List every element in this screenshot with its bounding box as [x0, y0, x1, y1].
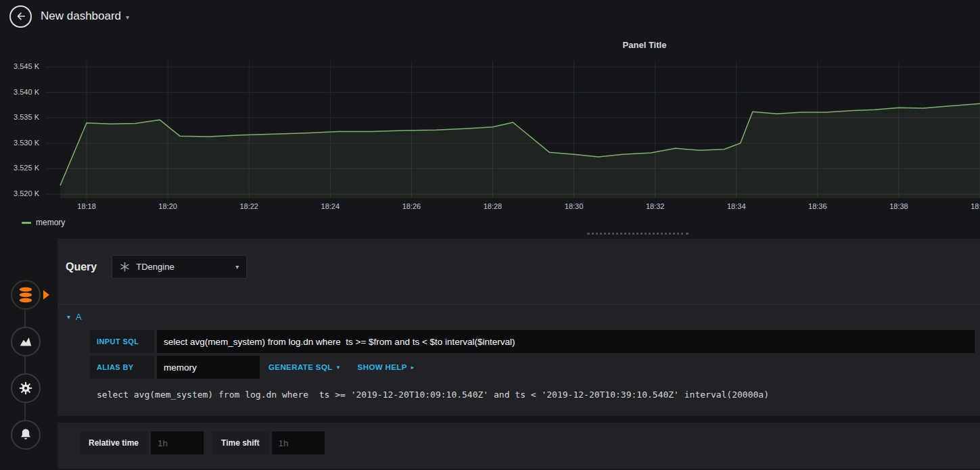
- top-nav: New dashboard ▾: [0, 0, 980, 32]
- tab-queries[interactable]: [11, 280, 41, 310]
- editor-tabs-sidebar: [0, 239, 51, 469]
- alias-by-label: ALIAS BY: [90, 356, 154, 379]
- x-axis-label: 18:18: [77, 202, 96, 210]
- chart-legend: memory: [22, 216, 980, 229]
- database-icon: [17, 286, 34, 304]
- tdengine-logo-icon: [120, 262, 130, 272]
- query-ref-header[interactable]: ▾ A: [57, 304, 980, 330]
- y-axis-label: 3.525 K: [14, 164, 39, 172]
- datasource-picker[interactable]: TDengine ▾: [112, 255, 247, 279]
- x-axis-label: 18:30: [565, 202, 584, 210]
- datasource-name: TDengine: [136, 262, 174, 272]
- gear-icon: [18, 381, 33, 396]
- tab-general[interactable]: [11, 373, 41, 403]
- tab-visualization[interactable]: [11, 327, 41, 356]
- chevron-down-icon: ▾: [337, 364, 340, 371]
- x-axis-label: 18:22: [239, 202, 258, 210]
- y-axis-label: 3.540 K: [14, 88, 39, 96]
- y-axis: 3.520 K3.525 K3.530 K3.535 K3.540 K3.545…: [7, 51, 46, 214]
- x-axis-label: 18:36: [808, 202, 827, 210]
- show-help-label: SHOW HELP: [358, 363, 407, 371]
- legend-color-swatch: [22, 222, 31, 224]
- input-sql-row: INPUT SQL: [90, 330, 975, 353]
- generate-sql-button[interactable]: GENERATE SQL ▾: [260, 356, 349, 379]
- y-axis-label: 3.520 K: [14, 189, 39, 197]
- legend-series-label[interactable]: memory: [36, 218, 65, 227]
- time-shift-label: Time shift: [212, 431, 269, 454]
- back-arrow-icon: [16, 11, 26, 22]
- x-axis-label: 18:20: [158, 202, 177, 210]
- chart-panel: Panel Title 3.520 K3.525 K3.530 K3.535 K…: [7, 32, 980, 229]
- graph-icon: [18, 334, 33, 349]
- query-header: Query TDengine ▾: [57, 239, 980, 291]
- x-axis-label: 18:38: [889, 202, 908, 210]
- panel-editor: Query TDengine ▾ ▾ A: [0, 239, 980, 469]
- tabs-connector-line: [24, 295, 26, 435]
- alias-by-field[interactable]: [157, 356, 260, 379]
- show-help-button[interactable]: SHOW HELP ▸: [349, 356, 423, 379]
- chart-plot-area: [46, 61, 980, 198]
- x-axis-label: 18:32: [646, 202, 665, 210]
- input-sql-label: INPUT SQL: [90, 330, 154, 353]
- chevron-down-icon: ▾: [235, 263, 239, 271]
- query-card: Query TDengine ▾ ▾ A: [57, 239, 980, 416]
- x-axis-label: 18:34: [727, 202, 746, 210]
- panel-title[interactable]: Panel Title: [623, 40, 667, 50]
- time-shift-input[interactable]: [272, 431, 325, 454]
- relative-time-input[interactable]: [151, 431, 204, 454]
- y-axis-label: 3.545 K: [14, 62, 39, 70]
- query-ref-id: A: [76, 312, 82, 322]
- editor-main: Query TDengine ▾ ▾ A: [57, 239, 980, 469]
- alias-by-row: ALIAS BY GENERATE SQL ▾ SHOW HELP ▸: [90, 356, 975, 379]
- query-form: INPUT SQL ALIAS BY GENERATE SQL ▾ SHOW H…: [57, 330, 980, 400]
- dashboard-title: New dashboard: [41, 9, 121, 23]
- back-button[interactable]: [9, 5, 32, 28]
- dashboard-title-menu[interactable]: New dashboard ▾: [41, 9, 129, 23]
- x-axis-label: 18:28: [484, 202, 503, 210]
- generate-sql-label: GENERATE SQL: [269, 363, 333, 371]
- tab-alert[interactable]: [11, 420, 41, 450]
- y-axis-label: 3.530 K: [14, 139, 39, 147]
- collapse-caret-icon: ▾: [67, 313, 70, 321]
- x-axis-label: 18:24: [321, 202, 340, 210]
- bell-icon: [18, 427, 33, 442]
- editor-resize-handle[interactable]: [587, 233, 689, 235]
- x-axis-label: 18:26: [402, 202, 421, 210]
- generated-sql-preview: select avg(mem_system) from log.dn where…: [97, 390, 975, 400]
- y-axis-label: 3.535 K: [14, 113, 39, 121]
- chevron-right-icon: ▸: [411, 364, 415, 371]
- x-axis-label: 18:40: [971, 202, 980, 210]
- time-options-card: Relative time Time shift: [57, 423, 980, 469]
- input-sql-field[interactable]: [157, 330, 975, 353]
- query-section-title: Query: [66, 261, 97, 273]
- time-series-chart[interactable]: 3.520 K3.525 K3.530 K3.535 K3.540 K3.545…: [7, 51, 980, 214]
- chevron-down-icon: ▾: [126, 11, 129, 21]
- relative-time-label: Relative time: [79, 431, 148, 454]
